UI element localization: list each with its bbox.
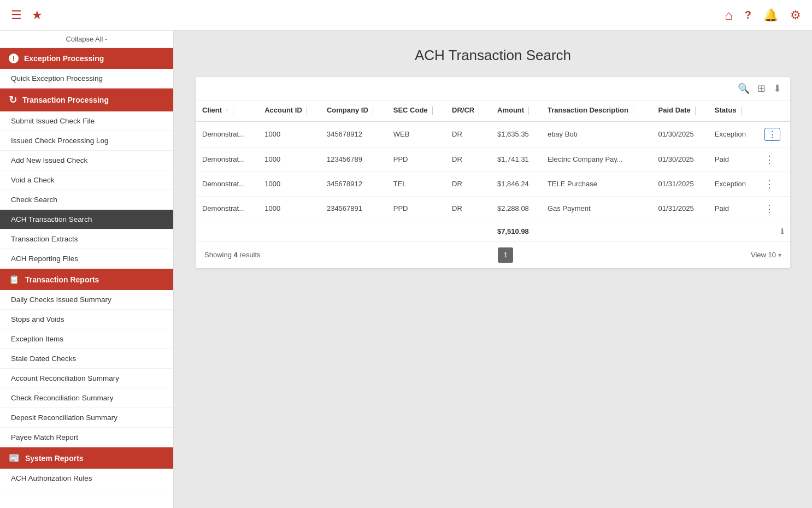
col-sec-code[interactable]: SEC Code	[387, 101, 445, 121]
sidebar-item-stale-dated-checks[interactable]: Stale Dated Checks	[0, 349, 173, 369]
cell-company-id: 234567891	[320, 196, 387, 221]
showing-results-text: Showing 4 results	[204, 251, 261, 259]
collapse-all-button[interactable]: Collapse All -	[0, 31, 173, 48]
sidebar-item-stops-and-voids[interactable]: Stops and Voids	[0, 310, 173, 329]
sort-arrow-client: ↑	[226, 107, 229, 114]
notifications-icon[interactable]: 🔔	[763, 8, 778, 22]
sidebar-item-transaction-extracts[interactable]: Transaction Extracts	[0, 229, 173, 249]
page-title: ACH Transaction Search	[196, 47, 790, 64]
row-action-cell[interactable]: ⋮	[758, 172, 790, 196]
table-download-icon[interactable]: ⬇	[773, 82, 781, 94]
table-row: Demonstrat...1000234567891PPDDR$2,288.08…	[196, 196, 790, 221]
sidebar-section-transaction-reports[interactable]: 📋 Transaction Reports	[0, 269, 173, 290]
col-company-id[interactable]: Company ID	[320, 101, 387, 121]
row-action-button-active[interactable]: ⋮	[764, 128, 780, 141]
cell-amount: $1,846.24	[491, 172, 541, 196]
table-row: Demonstrat...1000345678912TELDR$1,846.24…	[196, 172, 790, 196]
sidebar-item-daily-checks-issued-summary[interactable]: Daily Checks Issued Summary	[0, 290, 173, 310]
exception-processing-icon: !	[9, 54, 19, 63]
total-spacer	[541, 221, 758, 241]
col-amount[interactable]: Amount	[491, 101, 541, 121]
cell-client: Demonstrat...	[196, 147, 258, 172]
sidebar-item-ach-authorization-rules[interactable]: ACH Authorization Rules	[0, 469, 173, 488]
help-icon[interactable]: ?	[745, 9, 751, 21]
cell-sec-code: PPD	[387, 196, 445, 221]
sidebar-item-check-search[interactable]: Check Search	[0, 190, 173, 210]
cell-paid-date: 01/30/2025	[652, 121, 708, 147]
sidebar-item-deposit-reconciliation-summary[interactable]: Deposit Reconciliation Summary	[0, 408, 173, 428]
sidebar-item-ach-reporting-files[interactable]: ACH Reporting Files	[0, 249, 173, 269]
row-action-button[interactable]: ⋮	[764, 153, 774, 166]
row-action-button[interactable]: ⋮	[764, 203, 774, 215]
cell-status: Paid	[708, 147, 758, 172]
table-row: Demonstrat...1000345678912WEBDR$1,635.35…	[196, 121, 790, 147]
table-row: Demonstrat...1000123456789PPDDR$1,741.31…	[196, 147, 790, 172]
col-paid-date[interactable]: Paid Date	[652, 101, 708, 121]
sidebar-item-account-reconciliation-summary[interactable]: Account Reconciliation Summary	[0, 369, 173, 388]
sidebar-item-issued-check-processing-log[interactable]: Issued Check Processing Log	[0, 131, 173, 151]
sidebar-item-quick-exception-processing[interactable]: Quick Exception Processing	[0, 69, 173, 88]
sidebar-item-check-reconciliation-summary[interactable]: Check Reconciliation Summary	[0, 388, 173, 408]
cell-transaction-description: Electric Company Pay...	[541, 147, 652, 172]
transaction-processing-icon: ↻	[9, 94, 17, 106]
table-search-icon[interactable]: 🔍	[738, 82, 750, 94]
row-action-cell[interactable]: ⋮	[758, 196, 790, 221]
cell-company-id: 123456789	[320, 147, 387, 172]
col-actions	[758, 101, 790, 121]
layout: Collapse All - ! Exception Processing Qu…	[0, 31, 812, 508]
top-nav-left: ☰ ★	[11, 8, 43, 22]
page-1-button[interactable]: 1	[498, 247, 513, 263]
cell-account-id: 1000	[258, 121, 320, 147]
top-nav-right: ⌂ ? 🔔 ⚙	[725, 8, 801, 23]
cell-paid-date: 01/30/2025	[652, 147, 708, 172]
transaction-reports-label: Transaction Reports	[25, 275, 99, 284]
pagination: 1	[498, 247, 513, 263]
cell-sec-code: PPD	[387, 147, 445, 172]
total-label	[196, 221, 491, 241]
cell-dr-cr: DR	[445, 172, 491, 196]
row-action-cell[interactable]: ⋮	[758, 121, 790, 147]
sidebar-item-submit-issued-check-file[interactable]: Submit Issued Check File	[0, 111, 173, 131]
cell-paid-date: 01/31/2025	[652, 172, 708, 196]
sidebar-item-add-new-issued-check[interactable]: Add New Issued Check	[0, 151, 173, 170]
total-amount: $7,510.98	[491, 221, 541, 241]
sidebar-section-system-reports[interactable]: 📰 System Reports	[0, 447, 173, 469]
cell-status: Paid	[708, 196, 758, 221]
cell-account-id: 1000	[258, 172, 320, 196]
table-columns-icon[interactable]: ⊞	[757, 82, 766, 94]
sidebar-item-void-a-check[interactable]: Void a Check	[0, 170, 173, 190]
ach-transactions-table: Client ↑ Account ID Company ID SEC Code …	[196, 101, 790, 241]
favorites-icon[interactable]: ★	[32, 8, 43, 22]
cell-status: Exception	[708, 172, 758, 196]
row-action-cell[interactable]: ⋮	[758, 147, 790, 172]
cell-amount: $1,741.31	[491, 147, 541, 172]
main-content: ACH Transaction Search 🔍 ⊞ ⬇ Client ↑ Ac…	[174, 31, 812, 508]
col-account-id[interactable]: Account ID	[258, 101, 320, 121]
cell-account-id: 1000	[258, 147, 320, 172]
sidebar-section-exception-processing[interactable]: ! Exception Processing	[0, 48, 173, 69]
row-action-button[interactable]: ⋮	[764, 178, 774, 190]
sidebar-item-ach-transaction-search[interactable]: ACH Transaction Search	[0, 210, 173, 229]
col-client[interactable]: Client ↑	[196, 101, 258, 121]
sidebar-item-exception-items[interactable]: Exception Items	[0, 329, 173, 349]
col-dr-cr[interactable]: DR/CR	[445, 101, 491, 121]
col-status[interactable]: Status	[708, 101, 758, 121]
home-icon[interactable]: ⌂	[725, 8, 733, 23]
cell-transaction-description: TELE Purchase	[541, 172, 652, 196]
col-transaction-description[interactable]: Transaction Description	[541, 101, 652, 121]
cell-client: Demonstrat...	[196, 121, 258, 147]
transaction-processing-label: Transaction Processing	[22, 96, 109, 104]
top-nav: ☰ ★ ⌂ ? 🔔 ⚙	[0, 0, 812, 31]
sidebar: Collapse All - ! Exception Processing Qu…	[0, 31, 174, 508]
settings-icon[interactable]: ⚙	[790, 8, 801, 22]
total-info-icon: ℹ	[758, 221, 790, 241]
sidebar-section-transaction-processing[interactable]: ↻ Transaction Processing	[0, 88, 173, 111]
cell-amount: $2,288.08	[491, 196, 541, 221]
table-toolbar: 🔍 ⊞ ⬇	[196, 77, 790, 101]
sidebar-item-payee-match-report[interactable]: Payee Match Report	[0, 428, 173, 447]
system-reports-label: System Reports	[25, 454, 84, 463]
view-selector[interactable]: View 10 ▾	[751, 251, 781, 259]
menu-icon[interactable]: ☰	[11, 8, 22, 22]
table-footer: Showing 4 results 1 View 10 ▾	[196, 241, 790, 268]
system-reports-icon: 📰	[9, 453, 20, 463]
